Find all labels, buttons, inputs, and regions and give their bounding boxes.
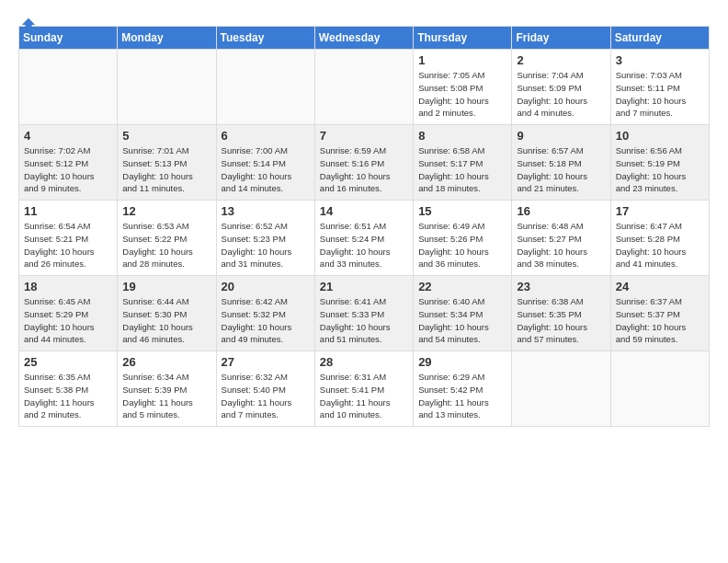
day-number: 12 <box>122 204 210 218</box>
day-info: Sunrise: 6:53 AM Sunset: 5:22 PM Dayligh… <box>122 220 210 270</box>
day-number: 16 <box>517 204 605 218</box>
calendar-cell: 24Sunrise: 6:37 AM Sunset: 5:37 PM Dayli… <box>610 276 709 351</box>
day-number: 26 <box>122 355 210 369</box>
day-number: 5 <box>122 129 210 143</box>
calendar-cell: 23Sunrise: 6:38 AM Sunset: 5:35 PM Dayli… <box>512 276 610 351</box>
day-number: 22 <box>418 280 506 293</box>
calendar-cell: 29Sunrise: 6:29 AM Sunset: 5:42 PM Dayli… <box>414 351 512 427</box>
calendar-cell: 2Sunrise: 7:04 AM Sunset: 5:09 PM Daylig… <box>512 50 610 125</box>
svg-marker-0 <box>22 18 35 31</box>
day-info: Sunrise: 6:41 AM Sunset: 5:33 PM Dayligh… <box>320 295 408 346</box>
calendar-cell: 25Sunrise: 6:35 AM Sunset: 5:38 PM Dayli… <box>19 351 118 427</box>
calendar-cell: 11Sunrise: 6:54 AM Sunset: 5:21 PM Dayli… <box>19 201 118 276</box>
calendar-header-row: SundayMondayTuesdayWednesdayThursdayFrid… <box>19 27 710 50</box>
weekday-header-friday: Friday <box>512 27 610 50</box>
day-number: 23 <box>517 280 605 293</box>
day-info: Sunrise: 6:35 AM Sunset: 5:38 PM Dayligh… <box>24 371 112 421</box>
calendar-cell: 14Sunrise: 6:51 AM Sunset: 5:24 PM Dayli… <box>314 201 413 276</box>
calendar-cell: 6Sunrise: 7:00 AM Sunset: 5:14 PM Daylig… <box>216 125 314 201</box>
calendar-cell: 3Sunrise: 7:03 AM Sunset: 5:11 PM Daylig… <box>610 50 709 125</box>
day-info: Sunrise: 7:04 AM Sunset: 5:09 PM Dayligh… <box>517 69 605 120</box>
day-number: 10 <box>616 129 704 143</box>
calendar-cell <box>19 50 118 125</box>
calendar-table: SundayMondayTuesdayWednesdayThursdayFrid… <box>18 26 710 427</box>
day-number: 17 <box>616 204 704 218</box>
weekday-header-wednesday: Wednesday <box>314 27 413 50</box>
day-number: 9 <box>517 129 605 143</box>
day-info: Sunrise: 6:29 AM Sunset: 5:42 PM Dayligh… <box>418 371 506 421</box>
calendar-cell: 21Sunrise: 6:41 AM Sunset: 5:33 PM Dayli… <box>314 276 413 351</box>
day-info: Sunrise: 6:44 AM Sunset: 5:30 PM Dayligh… <box>122 295 210 346</box>
calendar-cell: 28Sunrise: 6:31 AM Sunset: 5:41 PM Dayli… <box>314 351 413 427</box>
day-info: Sunrise: 7:01 AM Sunset: 5:13 PM Dayligh… <box>122 144 210 195</box>
day-info: Sunrise: 7:03 AM Sunset: 5:11 PM Dayligh… <box>616 69 704 120</box>
day-info: Sunrise: 6:31 AM Sunset: 5:41 PM Dayligh… <box>320 371 408 421</box>
day-info: Sunrise: 6:42 AM Sunset: 5:32 PM Dayligh… <box>222 295 310 346</box>
day-number: 1 <box>418 53 506 67</box>
logo-icon <box>20 17 37 33</box>
calendar-cell <box>512 351 610 427</box>
calendar-cell: 8Sunrise: 6:58 AM Sunset: 5:17 PM Daylig… <box>414 125 512 201</box>
day-info: Sunrise: 6:48 AM Sunset: 5:27 PM Dayligh… <box>517 220 605 270</box>
day-number: 11 <box>24 204 112 218</box>
calendar-cell <box>314 50 413 125</box>
day-number: 15 <box>418 204 506 218</box>
weekday-header-tuesday: Tuesday <box>216 27 314 50</box>
calendar-cell: 13Sunrise: 6:52 AM Sunset: 5:23 PM Dayli… <box>216 201 314 276</box>
calendar-cell: 4Sunrise: 7:02 AM Sunset: 5:12 PM Daylig… <box>19 125 118 201</box>
day-info: Sunrise: 6:45 AM Sunset: 5:29 PM Dayligh… <box>24 295 112 346</box>
day-info: Sunrise: 6:59 AM Sunset: 5:16 PM Dayligh… <box>320 144 408 195</box>
day-number: 29 <box>418 355 506 369</box>
calendar-cell: 17Sunrise: 6:47 AM Sunset: 5:28 PM Dayli… <box>610 201 709 276</box>
day-info: Sunrise: 6:38 AM Sunset: 5:35 PM Dayligh… <box>517 295 605 346</box>
calendar-cell: 19Sunrise: 6:44 AM Sunset: 5:30 PM Dayli… <box>118 276 216 351</box>
day-number: 18 <box>24 280 112 293</box>
calendar-week-row: 11Sunrise: 6:54 AM Sunset: 5:21 PM Dayli… <box>19 201 710 276</box>
calendar-cell: 27Sunrise: 6:32 AM Sunset: 5:40 PM Dayli… <box>216 351 314 427</box>
day-number: 3 <box>616 53 704 67</box>
calendar-week-row: 18Sunrise: 6:45 AM Sunset: 5:29 PM Dayli… <box>19 276 710 351</box>
calendar-cell: 22Sunrise: 6:40 AM Sunset: 5:34 PM Dayli… <box>414 276 512 351</box>
calendar-cell: 7Sunrise: 6:59 AM Sunset: 5:16 PM Daylig… <box>314 125 413 201</box>
day-number: 13 <box>222 204 310 218</box>
calendar-cell: 20Sunrise: 6:42 AM Sunset: 5:32 PM Dayli… <box>216 276 314 351</box>
day-number: 25 <box>24 355 112 369</box>
day-info: Sunrise: 6:32 AM Sunset: 5:40 PM Dayligh… <box>222 371 310 421</box>
day-info: Sunrise: 6:49 AM Sunset: 5:26 PM Dayligh… <box>418 220 506 270</box>
day-info: Sunrise: 6:57 AM Sunset: 5:18 PM Dayligh… <box>517 144 605 195</box>
weekday-header-thursday: Thursday <box>414 27 512 50</box>
day-number: 28 <box>320 355 408 369</box>
day-info: Sunrise: 6:34 AM Sunset: 5:39 PM Dayligh… <box>122 371 210 421</box>
day-number: 8 <box>418 129 506 143</box>
calendar-cell <box>610 351 709 427</box>
day-info: Sunrise: 6:56 AM Sunset: 5:19 PM Dayligh… <box>616 144 704 195</box>
day-number: 24 <box>616 280 704 293</box>
day-info: Sunrise: 6:52 AM Sunset: 5:23 PM Dayligh… <box>222 220 310 270</box>
day-info: Sunrise: 6:51 AM Sunset: 5:24 PM Dayligh… <box>320 220 408 270</box>
calendar-cell: 12Sunrise: 6:53 AM Sunset: 5:22 PM Dayli… <box>118 201 216 276</box>
calendar-cell: 16Sunrise: 6:48 AM Sunset: 5:27 PM Dayli… <box>512 201 610 276</box>
calendar-cell: 9Sunrise: 6:57 AM Sunset: 5:18 PM Daylig… <box>512 125 610 201</box>
calendar-week-row: 4Sunrise: 7:02 AM Sunset: 5:12 PM Daylig… <box>19 125 710 201</box>
day-number: 4 <box>24 129 112 143</box>
day-number: 2 <box>517 53 605 67</box>
calendar-cell: 1Sunrise: 7:05 AM Sunset: 5:08 PM Daylig… <box>414 50 512 125</box>
day-info: Sunrise: 6:58 AM Sunset: 5:17 PM Dayligh… <box>418 144 506 195</box>
day-info: Sunrise: 6:54 AM Sunset: 5:21 PM Dayligh… <box>24 220 112 270</box>
day-info: Sunrise: 6:37 AM Sunset: 5:37 PM Dayligh… <box>616 295 704 346</box>
day-number: 19 <box>122 280 210 293</box>
day-info: Sunrise: 7:05 AM Sunset: 5:08 PM Dayligh… <box>418 69 506 120</box>
calendar-cell: 15Sunrise: 6:49 AM Sunset: 5:26 PM Dayli… <box>414 201 512 276</box>
day-info: Sunrise: 6:40 AM Sunset: 5:34 PM Dayligh… <box>418 295 506 346</box>
weekday-header-monday: Monday <box>118 27 216 50</box>
calendar-cell: 26Sunrise: 6:34 AM Sunset: 5:39 PM Dayli… <box>118 351 216 427</box>
day-number: 7 <box>320 129 408 143</box>
calendar-cell <box>216 50 314 125</box>
weekday-header-saturday: Saturday <box>610 27 709 50</box>
day-number: 6 <box>222 129 310 143</box>
day-number: 27 <box>222 355 310 369</box>
day-info: Sunrise: 6:47 AM Sunset: 5:28 PM Dayligh… <box>616 220 704 270</box>
day-info: Sunrise: 7:00 AM Sunset: 5:14 PM Dayligh… <box>222 144 310 195</box>
calendar-cell: 10Sunrise: 6:56 AM Sunset: 5:19 PM Dayli… <box>610 125 709 201</box>
calendar-week-row: 1Sunrise: 7:05 AM Sunset: 5:08 PM Daylig… <box>19 50 710 125</box>
